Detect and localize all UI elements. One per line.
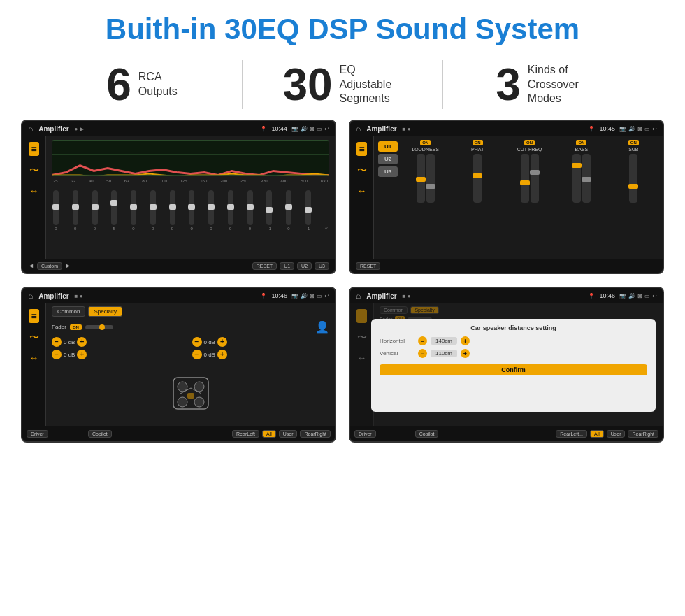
stat-number-eq: 30 — [282, 62, 332, 107]
cross-db-plus-2[interactable]: + — [217, 337, 227, 347]
cross-db-minus-3[interactable]: − — [52, 350, 62, 359]
cross-tab-common[interactable]: Common — [52, 306, 85, 317]
cross-rearleft-btn[interactable]: RearLeft — [232, 430, 259, 438]
eq-next-btn[interactable]: ► — [65, 262, 71, 269]
eq-bottom-bar: ◄ Custom ► RESET U1 U2 U3 — [22, 259, 335, 273]
cross-rearright-btn[interactable]: RearRight — [300, 430, 331, 438]
dsp-sub-slider[interactable] — [629, 154, 637, 203]
cross-db-plus-1[interactable]: + — [77, 337, 87, 347]
horizontal-label: Horizontal — [380, 338, 414, 344]
eq-sidebar-icon-2[interactable]: 〜 — [29, 164, 39, 177]
cross-db-plus-3[interactable]: + — [77, 350, 87, 359]
eq-prev-btn[interactable]: ◄ — [28, 262, 34, 269]
eq-screen-content: ≡ 〜 ↔ 253240506380100 1 — [22, 136, 335, 259]
dsp-cutfreq-slider1[interactable] — [521, 154, 529, 203]
cross-fader-slider[interactable] — [85, 325, 113, 329]
dsp-reset-btn[interactable]: RESET — [356, 262, 380, 270]
cross-db-plus-4[interactable]: + — [217, 350, 227, 359]
stat-label-eq: EQ AdjustableSegments — [340, 63, 403, 106]
app-title-dsp: Amplifier — [366, 125, 396, 133]
dsp-bass-on[interactable]: ON — [576, 140, 586, 145]
dsp-bass-slider1[interactable] — [572, 154, 581, 203]
eq-sidebar-icon-3[interactable]: ↔ — [29, 185, 39, 196]
screens-grid: ⌂ Amplifier ● ▶ 📍 10:44 📷🔊⊠▭↩ ≡ 〜 ↔ — [0, 120, 685, 443]
status-icons-dsp: 📷🔊⊠▭↩ — [619, 126, 657, 132]
location-icon-dsp: 📍 — [588, 126, 595, 132]
time-dsp: 10:45 — [599, 125, 615, 132]
eq-u2-btn[interactable]: U2 — [297, 262, 312, 270]
horizontal-minus-btn[interactable]: − — [418, 336, 427, 345]
confirm-button[interactable]: Confirm — [380, 364, 647, 375]
dialog-rearright-btn[interactable]: RearRight — [628, 430, 658, 438]
eq-main-content: 253240506380100 125160200250320400500630… — [46, 136, 335, 259]
home-icon-dsp[interactable]: ⌂ — [356, 124, 361, 134]
eq-freq-labels: 253240506380100 125160200250320400500630 — [52, 179, 329, 183]
dsp-cols: ON LOUDNESS ON — [401, 140, 658, 255]
cross-db-controls: − 0 dB + − 0 dB + − 0 dB + — [52, 337, 329, 359]
dialog-all-btn[interactable]: All — [590, 430, 604, 438]
dsp-u-buttons: U1 U2 U3 — [378, 140, 398, 255]
dsp-loudness-on[interactable]: ON — [420, 140, 431, 145]
dsp-u2-btn[interactable]: U2 — [378, 154, 398, 164]
svg-point-7 — [194, 397, 204, 407]
eq-u1-btn[interactable]: U1 — [280, 262, 294, 270]
home-icon-dialog[interactable]: ⌂ — [356, 291, 361, 301]
app-title-cross: Amplifier — [38, 292, 68, 300]
dsp-sub-on[interactable]: ON — [628, 140, 639, 145]
eq-u3-btn[interactable]: U3 — [315, 262, 329, 270]
status-icons-eq: 📷🔊⊠▭↩ — [291, 126, 329, 132]
eq-reset-btn[interactable]: RESET — [252, 262, 277, 270]
cross-driver-btn[interactable]: Driver — [27, 430, 48, 438]
cross-user-btn[interactable]: User — [279, 430, 298, 438]
dsp-bottom-bar: RESET — [350, 259, 663, 273]
dots-eq: ● ▶ — [75, 126, 84, 132]
dsp-cutfreq-slider2[interactable] — [531, 154, 539, 203]
dsp-cutfreq-on[interactable]: ON — [524, 140, 535, 145]
home-icon-eq[interactable]: ⌂ — [28, 124, 33, 134]
dsp-sidebar-icon-2[interactable]: 〜 — [357, 164, 367, 177]
dialog-user-btn[interactable]: User — [607, 430, 626, 438]
cross-db-row-1: − 0 dB + — [52, 337, 189, 347]
dsp-phat-on[interactable]: ON — [473, 140, 483, 145]
status-icons-dialog: 📷🔊⊠▭↩ — [619, 293, 657, 299]
cross-db-minus-1[interactable]: − — [52, 337, 62, 347]
dsp-sidebar: ≡ 〜 ↔ — [350, 136, 374, 259]
cross-screen-content: ≡ 〜 ↔ Common Specialty Fader ON 👤 — [22, 303, 335, 426]
cross-fader-row: Fader ON 👤 — [52, 320, 329, 334]
dots-cross: ■ ● — [75, 293, 83, 299]
cross-fader-on[interactable]: ON — [70, 324, 82, 330]
dsp-sidebar-icon-3[interactable]: ↔ — [357, 185, 367, 196]
cross-sidebar-icon-3[interactable]: ↔ — [29, 352, 39, 364]
vertical-minus-btn[interactable]: − — [418, 349, 427, 358]
cross-db-minus-4[interactable]: − — [192, 350, 202, 359]
eq-custom-btn[interactable]: Custom — [37, 262, 62, 270]
cross-db-minus-2[interactable]: − — [192, 337, 202, 347]
cross-copilot-btn[interactable]: Copilot — [88, 430, 112, 438]
dsp-u1-btn[interactable]: U1 — [378, 141, 398, 152]
cross-bottom-bar: Driver Copilot RearLeft All User RearRig… — [22, 426, 335, 441]
cross-tab-specialty[interactable]: Specialty — [88, 306, 122, 317]
dsp-loudness-slider2[interactable] — [426, 154, 435, 203]
dialog-copilot-btn[interactable]: Copilot — [415, 430, 439, 438]
dsp-loudness-slider[interactable] — [417, 154, 425, 203]
cross-sidebar-icon-1[interactable]: ≡ — [29, 309, 38, 323]
horizontal-plus-btn[interactable]: + — [461, 336, 470, 345]
home-icon-cross[interactable]: ⌂ — [28, 291, 33, 301]
cross-db-val-2: 0 dB — [204, 339, 215, 345]
eq-sidebar-icon-1[interactable]: ≡ — [29, 142, 38, 156]
dsp-u3-btn[interactable]: U3 — [378, 166, 398, 177]
vertical-plus-btn[interactable]: + — [461, 349, 470, 358]
cross-sidebar-icon-2[interactable]: 〜 — [29, 331, 39, 344]
dialog-driver-btn[interactable]: Driver — [354, 430, 376, 438]
dsp-sidebar-icon-1[interactable]: ≡ — [356, 142, 366, 156]
status-bar-cross: ⌂ Amplifier ■ ● 📍 10:46 📷🔊⊠▭↩ — [22, 288, 335, 303]
stat-eq: 30 EQ AdjustableSegments — [243, 62, 442, 107]
dsp-phat-label: PHAT — [471, 147, 484, 152]
dialog-rearleft-btn[interactable]: RearLeft... — [556, 430, 587, 438]
eq-sliders: 0 0 0 5 0 0 0 0 0 0 0 -1 0 -1 » — [52, 185, 329, 231]
dsp-phat-slider[interactable] — [473, 154, 482, 203]
stats-row: 6 RCAOutputs 30 EQ AdjustableSegments 3 … — [0, 53, 685, 120]
dsp-bass-slider2[interactable] — [582, 154, 591, 203]
location-icon-dialog: 📍 — [588, 293, 595, 299]
cross-all-btn[interactable]: All — [262, 430, 276, 438]
